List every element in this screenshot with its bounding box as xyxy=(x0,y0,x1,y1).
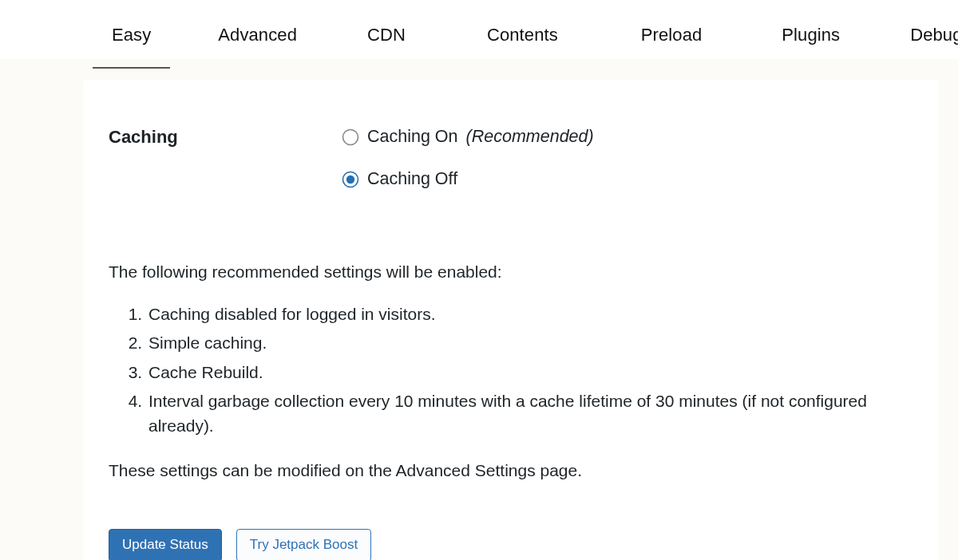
list-item: Interval garbage collection every 10 min… xyxy=(147,389,913,438)
list-item: Cache Rebuild. xyxy=(147,361,913,385)
try-jetpack-boost-button[interactable]: Try Jetpack Boost xyxy=(236,529,371,560)
section-heading-caching: Caching xyxy=(109,124,342,209)
tab-preload[interactable]: Preload xyxy=(622,5,722,67)
list-item: Simple caching. xyxy=(147,331,913,355)
settings-tabs: Easy Advanced CDN Contents Preload Plugi… xyxy=(0,0,958,59)
update-status-button[interactable]: Update Status xyxy=(109,529,222,560)
list-item: Caching disabled for logged in visitors. xyxy=(147,302,913,326)
tab-cdn[interactable]: CDN xyxy=(348,5,425,67)
recommended-intro: The following recommended settings will … xyxy=(109,260,913,284)
radio-caching-on-label: Caching On xyxy=(367,124,458,149)
form-actions: Update Status Try Jetpack Boost xyxy=(109,529,913,560)
tab-contents[interactable]: Contents xyxy=(468,5,577,67)
radio-unchecked-icon xyxy=(342,128,359,146)
radio-caching-on[interactable]: Caching On (Recommended) xyxy=(342,124,594,149)
radio-caching-off[interactable]: Caching Off xyxy=(342,167,594,191)
svg-point-2 xyxy=(346,175,354,183)
tab-plugins[interactable]: Plugins xyxy=(762,5,859,67)
radio-caching-on-note: (Recommended) xyxy=(466,124,594,149)
tab-easy[interactable]: Easy xyxy=(93,5,170,69)
svg-point-0 xyxy=(343,129,358,144)
caching-radio-group: Caching On (Recommended) Caching Off xyxy=(342,124,594,209)
advanced-settings-note: These settings can be modified on the Ad… xyxy=(109,459,913,483)
easy-settings-panel: Caching Caching On (Recommended) Caching… xyxy=(83,80,939,560)
tab-debug[interactable]: Debug xyxy=(891,5,958,67)
radio-checked-icon xyxy=(342,171,359,188)
recommended-settings-list: Caching disabled for logged in visitors.… xyxy=(147,302,913,438)
radio-caching-off-label: Caching Off xyxy=(367,167,457,191)
tab-advanced[interactable]: Advanced xyxy=(199,5,316,67)
